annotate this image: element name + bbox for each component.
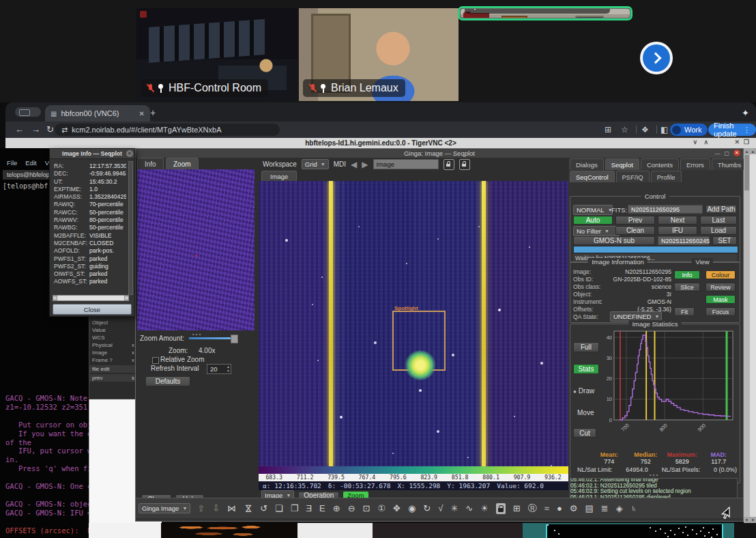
zoom-amount-slider[interactable]: [189, 337, 233, 339]
add-path-button[interactable]: Add Path: [706, 205, 737, 214]
center-icon[interactable]: ◉: [408, 503, 416, 514]
orient-ne-icon[interactable]: Ǝ: [306, 503, 312, 514]
forward-icon[interactable]: →: [31, 124, 40, 135]
dialog-title-bar[interactable]: Image Info — Seqplot: [50, 149, 134, 159]
move-radio[interactable]: Move: [577, 409, 594, 416]
wave-icon[interactable]: ≈: [544, 503, 549, 514]
stats-button[interactable]: Stats: [573, 364, 599, 374]
raise-tab-icon[interactable]: ❏: [275, 503, 283, 514]
load-button[interactable]: Load: [700, 226, 737, 235]
folder-icon[interactable]: ▤: [585, 503, 593, 514]
ginga-title-bar[interactable]: Ginga: Image — Seqplot — ▢ ✕: [136, 149, 743, 158]
zoom-preview[interactable]: +: [137, 169, 255, 330]
vnc-title-bar[interactable]: hbftelops-ld1.hi.gemini.edu:0.0 - TigerV…: [5, 138, 756, 148]
curve-icon[interactable]: ∿: [465, 503, 473, 514]
auto-button[interactable]: Auto: [573, 216, 613, 225]
draw-radio[interactable]: ●Draw: [573, 387, 594, 395]
vnc-minimize-icon[interactable]: ∨: [693, 139, 697, 145]
side-panel-icon[interactable]: ◧: [660, 125, 668, 134]
vnc-restore-icon[interactable]: ∧: [703, 139, 708, 145]
next-participants-button[interactable]: [640, 42, 673, 74]
bookmark-star-icon[interactable]: ☆: [621, 125, 628, 134]
slider-handle[interactable]: [231, 335, 238, 343]
tag-icon[interactable]: ◈: [616, 503, 623, 514]
subtab-profile[interactable]: Profile: [651, 171, 682, 182]
lock-icon[interactable]: [444, 159, 454, 170]
pick-region-icon[interactable]: ⊞: [513, 503, 521, 514]
sparkle-icon[interactable]: ✦: [742, 108, 749, 118]
filter-select[interactable]: No Filter▼: [573, 226, 620, 236]
browser-scrollbar[interactable]: ▲ ▼: [750, 148, 756, 523]
tab-thumbs[interactable]: Thumbs: [712, 158, 747, 170]
scroll-up-icon[interactable]: ▲: [744, 148, 750, 154]
swap-axes-icon[interactable]: ↺: [260, 503, 267, 514]
finish-update-button[interactable]: Finish update ⋮: [708, 124, 756, 136]
minimize-icon[interactable]: —: [714, 150, 720, 156]
stepper-arrows-icon[interactable]: ▲▼: [227, 365, 230, 373]
close-icon[interactable]: ✕: [733, 150, 740, 156]
dist-sqrt-icon[interactable]: √: [438, 503, 443, 514]
terminal-menu-item[interactable]: File: [7, 159, 17, 167]
subtab-seqcontrol[interactable]: SeqControl: [570, 171, 615, 182]
contrast-burst-icon[interactable]: ✳: [450, 503, 458, 514]
vnc-close-icon[interactable]: ✕: [734, 139, 740, 145]
zoom-in-icon[interactable]: ⊕: [333, 503, 340, 514]
install-icon[interactable]: ⊞: [605, 125, 611, 134]
sub-input[interactable]: N2025112650245: [658, 236, 710, 245]
next-button[interactable]: Next: [658, 216, 697, 225]
gmos-sub-button[interactable]: GMOS-N sub: [573, 236, 655, 245]
address-bar[interactable]: ⇄ kcm2.noirlab.edu/#/client/MTgAYwBteXNx…: [55, 124, 280, 136]
histogram[interactable]: 010203040700800900: [600, 327, 737, 449]
tab-errors[interactable]: Errors: [680, 158, 710, 170]
terminal-menu-item[interactable]: Edit: [25, 159, 36, 167]
flip-y-icon[interactable]: ⋈: [243, 504, 254, 513]
zoom-out-icon[interactable]: ⊖: [348, 503, 355, 514]
profile-button[interactable]: Work: [670, 124, 708, 136]
view-mask-button[interactable]: Mask: [706, 295, 736, 304]
view-fit-button[interactable]: Fit: [674, 307, 695, 316]
workspace-prev-icon[interactable]: ◀: [351, 160, 357, 169]
cut-button[interactable]: Cut: [573, 428, 596, 438]
back-icon[interactable]: ←: [15, 124, 24, 135]
mode-select[interactable]: NORMAL▼: [573, 205, 613, 215]
prev-button[interactable]: Prev: [615, 216, 655, 225]
dialog-vscrollbar[interactable]: [128, 161, 133, 295]
clean-button[interactable]: Clean: [615, 226, 655, 235]
next-image-icon[interactable]: ⇩: [212, 503, 220, 514]
ginga-image-select[interactable]: Ginga Image▼: [139, 503, 190, 513]
lower-tab-icon[interactable]: ❐: [291, 503, 299, 514]
workspace-next-icon[interactable]: ▶: [362, 160, 368, 169]
video-tile-brian-lemaux[interactable]: Brian Lemaux: [299, 8, 459, 101]
scroll-up-icon[interactable]: ▲: [750, 148, 756, 154]
maximize-icon[interactable]: ▢: [724, 150, 729, 156]
settings-icon[interactable]: ⚙: [570, 503, 578, 514]
view-focus-button[interactable]: Focus: [706, 307, 736, 316]
relative-zoom-checkbox[interactable]: [152, 357, 159, 364]
defaults-button[interactable]: Defaults: [145, 376, 190, 386]
tab-dialogs[interactable]: Dialogs: [570, 158, 604, 170]
orient-se-icon[interactable]: E: [319, 503, 325, 514]
refresh-interval-stepper[interactable]: 20 ▲▼: [207, 364, 231, 374]
pan-icon[interactable]: ✥: [393, 503, 401, 514]
tab-zoom[interactable]: Zoom: [166, 158, 199, 170]
tab-contents[interactable]: Contents: [641, 158, 679, 170]
zoom-100-icon[interactable]: ①: [377, 503, 386, 514]
tab-info[interactable]: Info: [137, 158, 164, 170]
brightness-icon[interactable]: ☀: [480, 503, 489, 514]
full-button[interactable]: Full: [573, 342, 599, 352]
lock-open-icon[interactable]: [459, 159, 470, 170]
dialog-hscrollbar[interactable]: [53, 295, 129, 301]
view-review-button[interactable]: Review: [706, 283, 736, 292]
view-colour-button[interactable]: Colour: [706, 270, 736, 279]
dialog-close-button[interactable]: Close: [53, 304, 132, 315]
zoom-fit-icon[interactable]: ⊡: [363, 503, 370, 514]
splitter-handle[interactable]: •••: [568, 472, 740, 478]
fits-input[interactable]: N2025112650295: [628, 205, 703, 214]
point-icon[interactable]: ●: [557, 503, 562, 514]
window-controls[interactable]: [15, 107, 41, 117]
image-canvas[interactable]: Spotlight: [259, 181, 568, 466]
restore-icon[interactable]: Ⓡ: [528, 503, 537, 514]
dialog-close-icon[interactable]: ✕: [126, 150, 133, 157]
new-tab-button[interactable]: +: [150, 107, 156, 118]
flip-x-icon[interactable]: ⋈: [227, 503, 236, 514]
